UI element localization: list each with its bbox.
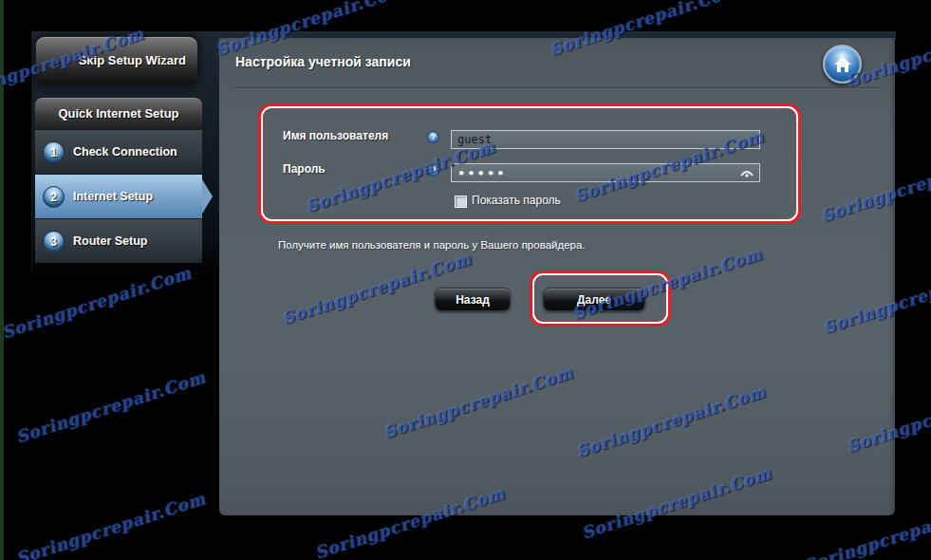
router-setup-screen: Skip Setup Wizard Quick Internet Setup 1… [0,0,931,560]
password-help-icon[interactable]: ? [427,164,439,177]
watermark-text: Soringpcrepair.Com [0,263,195,343]
show-password-eye-icon[interactable] [739,167,754,178]
sidebar-step-check-connection[interactable]: 1 Check Connection [35,129,202,174]
step-3-badge: 3 [43,231,65,252]
back-button[interactable]: Назад [435,288,511,311]
step-3-label: Router Setup [73,234,147,248]
account-settings-panel: Настройка учетной записи Имя пользовател… [219,38,895,515]
sidebar-step-internet-setup[interactable]: 2 Internet Setup [35,174,202,218]
watermark-text: Soringpcrepair.Com [14,489,209,560]
username-label: Имя пользователя [283,129,388,142]
home-button[interactable] [823,45,862,84]
title-separator [234,87,880,88]
quick-internet-setup-header: Quick Internet Setup [35,98,202,129]
step-2-badge: 2 [43,186,65,208]
page-title: Настройка учетной записи [235,54,411,69]
provider-hint-text: Получите имя пользователя и пароль у Ваш… [278,239,586,251]
show-password-label: Показать пароль [472,194,561,207]
password-label: Пароль [283,162,326,176]
password-input[interactable] [451,163,760,182]
show-password-checkbox[interactable] [455,196,467,208]
next-button[interactable]: Далее [543,288,645,311]
sidebar-step-router-setup[interactable]: 3 Router Setup [35,218,202,263]
skip-setup-wizard-button[interactable]: Skip Setup Wizard [35,36,198,85]
home-icon [833,56,852,73]
step-1-label: Check Connection [73,145,177,159]
step-1-badge: 1 [43,141,65,163]
left-edge-strip [0,0,4,560]
username-input[interactable] [451,130,760,149]
username-help-icon[interactable]: ? [427,131,439,143]
watermark-text: Soringpcrepair.Com [14,367,209,447]
step-2-label: Internet Setup [73,190,153,203]
quick-internet-setup-menu: Quick Internet Setup 1 Check Connection … [35,98,202,263]
